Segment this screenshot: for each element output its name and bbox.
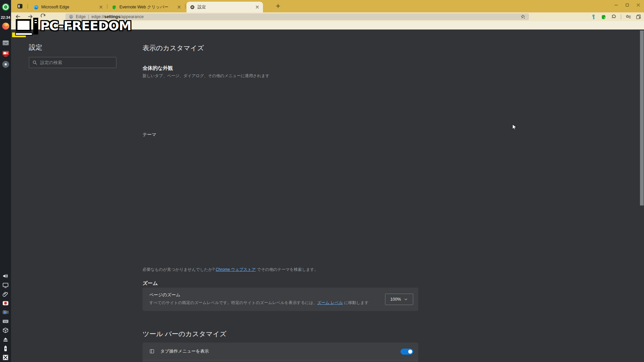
forward-button[interactable] — [27, 13, 34, 20]
dock-item-speaker[interactable] — [2, 273, 9, 280]
tab-separator — [28, 4, 28, 9]
settings-search-input[interactable]: 設定の検索 — [29, 57, 116, 68]
toolbar-customize-title: ツール バーのカスタマイズ — [143, 329, 226, 339]
maximize-button[interactable] — [625, 3, 630, 7]
zoom-section-title: ズーム — [143, 280, 158, 287]
tab-actions-icon — [17, 3, 23, 9]
browser-toolbar: Edge | edge://settings/appearance — [11, 12, 644, 21]
toolbar-separator — [621, 14, 621, 19]
password-key-extension-icon[interactable] — [591, 14, 596, 20]
zoom-level-dropdown[interactable]: 100% — [385, 294, 413, 305]
record-icon — [2, 300, 9, 307]
zoom-value: 100% — [390, 297, 401, 302]
camera-icon — [2, 309, 9, 316]
extensions-icon[interactable] — [611, 14, 616, 20]
bookmarks-bar — [11, 21, 644, 29]
edge-site-icon — [69, 14, 73, 19]
toolbar-customize-card: タブ操作メニューを表示 — [143, 343, 418, 362]
dock-item-display[interactable] — [2, 282, 9, 289]
tab-actions-menu-row: タブ操作メニューを表示 — [143, 343, 418, 360]
tab-actions-button[interactable] — [17, 3, 23, 9]
display-icon — [2, 282, 9, 289]
dock-item-screen-recorder[interactable] — [2, 50, 10, 58]
keyboard-icon — [2, 318, 9, 325]
dock-item-keyboard[interactable] — [2, 318, 9, 325]
reload-button[interactable] — [40, 13, 47, 20]
settings-page: 設定 設定の検索 表示のカスタマイズ 全体的な外観 新しいタブ、ページ、ダイアロ… — [11, 29, 644, 362]
tab-label: Evernote Web クリッパー — [119, 4, 174, 10]
desktop-dock: 22:34 — [0, 0, 11, 362]
back-button[interactable] — [14, 13, 22, 20]
tab-favicon-gear-small — [190, 5, 195, 10]
tab-label: 設定 — [198, 4, 252, 10]
appearance-options — [143, 84, 418, 123]
dock-item-eject[interactable] — [2, 336, 9, 343]
overall-appearance-desc: 新しいタブ、ページ、ダイアログ、その他のメニューに適用されます — [143, 73, 269, 79]
firefox-icon — [2, 22, 10, 30]
settings-title: 設定 — [29, 43, 42, 52]
tab-actions-menu-label: タブ操作メニューを表示 — [160, 348, 209, 354]
themes-title: テーマ — [143, 132, 156, 138]
tab-2[interactable]: Evernote Web クリッパー — [108, 2, 185, 12]
themes-footnote: 必要なものが見つかりませんでしたか? Chrome ウェブストア でその他のテー… — [143, 267, 318, 273]
tab-1[interactable]: Microsoft Edge — [30, 2, 107, 12]
screen: 22:34 Microsoft EdgeEvernote Web クリッパー設定… — [0, 0, 644, 362]
tab-actions-menu-toggle[interactable] — [400, 349, 413, 355]
scrollbar-thumb[interactable] — [640, 31, 644, 205]
page-scrollbar[interactable] — [640, 30, 644, 362]
zoom-level-link[interactable]: ズーム レベル — [317, 300, 343, 305]
tab-separator — [185, 4, 185, 9]
add-favorite-icon[interactable] — [520, 14, 526, 19]
dock-item-paperclip[interactable] — [2, 291, 9, 298]
tab-close-icon[interactable] — [177, 5, 181, 9]
tab-favicon-evernote-small — [112, 5, 117, 10]
back-icon — [15, 14, 21, 19]
toolbar-icons — [591, 13, 641, 20]
collections-icon[interactable] — [636, 14, 641, 20]
search-icon — [32, 60, 37, 65]
minimize-button[interactable] — [614, 3, 619, 7]
search-placeholder: 設定の検索 — [40, 60, 62, 66]
zoom-card: ページのズーム すべてのサイトの既定のズームレベルです。特定のサイトのズームレベ… — [143, 288, 418, 311]
dock-item-settings-gear[interactable] — [2, 60, 10, 68]
dock-item-app-logo-g[interactable] — [2, 3, 10, 11]
tab-separator — [107, 4, 107, 9]
dock-item-archive-manager[interactable] — [2, 39, 10, 47]
browser-window: Microsoft EdgeEvernote Web クリッパー設定 Edge … — [11, 0, 644, 362]
dock-item-package[interactable] — [2, 327, 9, 334]
close-button[interactable] — [636, 3, 641, 7]
site-label: Edge — [76, 14, 86, 19]
chevron-down-icon — [404, 297, 408, 301]
address-separator: | — [88, 14, 89, 19]
tab-bar: Microsoft EdgeEvernote Web クリッパー設定 — [11, 0, 644, 12]
address-bar[interactable]: Edge | edge://settings/appearance — [65, 13, 529, 20]
chrome-webstore-link[interactable]: Chrome ウェブストア — [216, 267, 256, 272]
dock-item-firefox[interactable] — [2, 22, 10, 30]
new-tab-button[interactable] — [275, 3, 281, 9]
paperclip-icon — [2, 291, 9, 298]
tab-active-3[interactable]: 設定 — [186, 2, 263, 12]
tab-close-icon[interactable] — [255, 5, 260, 9]
page-zoom-label: ページのズーム — [149, 292, 180, 298]
page-zoom-desc: すべてのサイトの既定のズームレベルです。特定のサイトのズームレベルを表示するには… — [149, 300, 369, 306]
kill-x-icon — [2, 354, 9, 361]
overall-appearance-title: 全体的な外観 — [143, 65, 173, 71]
toggle-knob — [408, 350, 412, 354]
tab-favicon-edge-ball — [34, 5, 39, 10]
dock-item-battery[interactable] — [2, 345, 9, 352]
speaker-icon — [2, 273, 9, 280]
dock-item-record[interactable] — [2, 300, 9, 307]
reload-icon — [40, 14, 46, 19]
battery-icon — [2, 345, 9, 352]
tab-close-icon[interactable] — [99, 5, 103, 9]
dock-item-kill-x[interactable] — [2, 354, 9, 361]
favorites-icon[interactable] — [626, 14, 631, 20]
window-controls — [614, 3, 641, 7]
dock-item-camera[interactable] — [2, 309, 9, 316]
page-title: 表示のカスタマイズ — [143, 44, 204, 53]
archive-manager-icon — [2, 39, 10, 47]
mouse-cursor — [512, 124, 518, 131]
dock-clock: 22:34 — [1, 15, 10, 19]
evernote-extension-icon[interactable] — [601, 14, 606, 20]
url-text: edge://settings/appearance — [91, 14, 144, 19]
